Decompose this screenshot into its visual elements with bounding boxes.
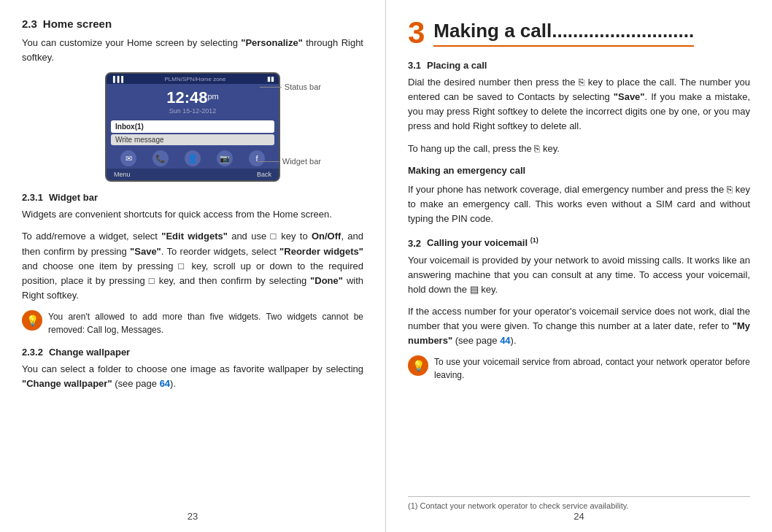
phone-status-bar: ▐▐▐ PLMN/SPN/Home zone ▮▮ [107,74,279,84]
phone-carrier: PLMN/SPN/Home zone [164,76,225,82]
phone-inbox: Inbox(1) [111,120,274,133]
phone-diagram: ▐▐▐ PLMN/SPN/Home zone ▮▮ 12:48pm Sun 15… [69,72,317,182]
phone-date: Sun 15-12-2012 [107,107,279,115]
section-3-2: 3.2 Calling your voicemail (1) Your voic… [408,236,750,382]
phone-screen: ▐▐▐ PLMN/SPN/Home zone ▮▮ 12:48pm Sun 15… [105,72,280,182]
chapter-num: 3 [408,18,425,48]
note-icon-widget: 💡 [22,310,42,331]
widget-bar-annotation: Widget bar [258,157,321,166]
chapter-title: Making a call........................... [433,20,694,47]
right-page: 3 Making a call.........................… [386,0,772,532]
emergency-heading: Making an emergency call [408,163,750,178]
note-box-voicemail: 💡 To use your voicemail service from abr… [408,355,750,382]
annotation-line-widget [258,161,279,162]
voicemail-para2: If the access number for your operator's… [408,304,750,348]
phone-icon-camera: 📷 [217,150,233,166]
phone-time: 12:48 [166,88,207,107]
chapter-header: 3 Making a call.........................… [408,18,750,48]
phone-time-display: 12:48pm [107,88,279,107]
phone-softkey-right: Back [257,171,271,178]
subsection-2-3-1-header: 2.3.1 Widget bar [22,192,363,203]
section-3-2-header: 3.2 Calling your voicemail (1) [408,236,750,248]
section-3-1-header: 3.1 Placing a call [408,60,750,71]
emergency-para: If your phone has network coverage, dial… [408,182,750,226]
phone-icon-contacts: 👤 [185,150,201,166]
phone-icon-messages: ✉ [120,150,136,166]
placing-call-para2: To hang up the call, press the ⎘ key. [408,142,750,156]
phone-battery-icon: ▮▮ [267,75,274,82]
annotation-line-status [260,87,282,88]
left-page: 2.3 Home screen You can customize your H… [0,0,386,532]
phone-softkey-left: Menu [114,171,131,178]
footnote: (1) Contact your network operator to che… [408,496,750,510]
subsection-2-3-1-title: Widget bar [49,192,98,203]
note-text-widget: You aren't allowed to add more than five… [48,310,363,336]
section-2-3-intro: You can customize your Home screen by se… [22,36,363,65]
subsection-2-3-2-num: 2.3.2 [22,347,43,358]
widget-bar-label: Widget bar [282,157,321,166]
phone-softkeys: Menu Back [107,169,279,180]
section-2-3-title: Home screen [43,18,112,30]
section-3-1-title: Placing a call [427,60,487,71]
subsection-2-3-2-title: Change wallpaper [49,347,130,358]
status-bar-annotation: Status bar [260,82,321,91]
wallpaper-para: You can select a folder to choose one im… [22,362,363,391]
section-2-3-num: 2.3 [22,18,37,30]
phone-signal-icon: ▐▐▐ [111,76,123,82]
widget-bar-para1: Widgets are convenient shortcuts for qui… [22,207,363,222]
note-icon-voicemail: 💡 [408,355,428,376]
phone-write: Write message [111,134,274,145]
note-box-widget: 💡 You aren't allowed to add more than fi… [22,310,363,336]
subsection-2-3-1-num: 2.3.1 [22,192,43,203]
placing-call-para1: Dial the desired number then press the ⎘… [408,75,750,134]
subsection-2-3-1: 2.3.1 Widget bar Widgets are convenient … [22,192,363,336]
note-text-voicemail: To use your voicemail service from abroa… [434,355,750,382]
widget-bar-para2: To add/remove a widget, select "Edit wid… [22,229,363,303]
section-3-2-num: 3.2 [408,238,421,249]
left-page-number: 23 [22,511,363,522]
subsection-2-3-2: 2.3.2 Change wallpaper You can select a … [22,347,363,391]
right-page-number: 24 [408,511,750,522]
phone-icons-row: ✉ 📞 👤 📷 f [107,147,279,169]
phone-icon-phone: 📞 [153,150,169,166]
section-3-1-num: 3.1 [408,60,421,71]
section-3-1: 3.1 Placing a call Dial the desired numb… [408,60,750,226]
section-2-3-header: 2.3 Home screen [22,18,363,30]
subsection-2-3-2-header: 2.3.2 Change wallpaper [22,347,363,358]
phone-time-pm: pm [208,92,219,101]
voicemail-para1: Your voicemail is provided by your netwo… [408,253,750,297]
status-bar-label: Status bar [285,82,321,91]
phone-time-area: 12:48pm Sun 15-12-2012 [107,84,279,117]
section-3-2-title: Calling your voicemail (1) [427,236,539,248]
